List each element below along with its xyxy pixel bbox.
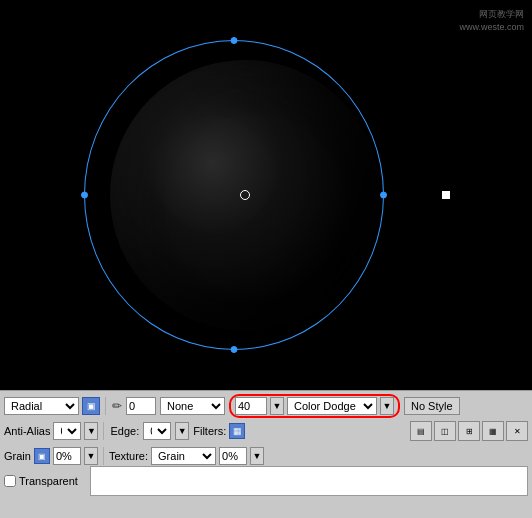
grain-pct-input[interactable]: [53, 447, 81, 465]
opacity-input[interactable]: [126, 397, 156, 415]
square-handle[interactable]: [442, 191, 450, 199]
center-handle[interactable]: [240, 190, 250, 200]
gradient-type-select[interactable]: Radial Linear Angle Reflected Diamond: [4, 397, 79, 415]
row3: Grain ▣ ▼ Texture: Grain None ▼: [4, 445, 528, 467]
blend-value-arrow[interactable]: ▼: [270, 397, 284, 415]
sphere-container: [110, 60, 380, 330]
icon-btn-5[interactable]: ✕: [506, 421, 528, 441]
color-dodge-select[interactable]: Color Dodge Normal Multiply Screen Overl…: [287, 397, 377, 415]
color-dodge-arrow[interactable]: ▼: [380, 397, 394, 415]
no-style-button[interactable]: No Style: [404, 397, 460, 415]
edge-select[interactable]: 0 1 2: [143, 422, 171, 440]
icon-btn-2[interactable]: ◫: [434, 421, 456, 441]
texture-label: Texture:: [109, 450, 148, 462]
bottom-panel: Radial Linear Angle Reflected Diamond ▣ …: [0, 390, 532, 518]
text-area[interactable]: [90, 466, 528, 496]
gradient-section: Radial Linear Angle Reflected Diamond ▣: [4, 397, 106, 415]
grain-pct-arrow[interactable]: ▼: [84, 447, 98, 465]
antialias-section: Anti-Alias 0 1 2 ▼: [4, 422, 104, 440]
texture-pct-arrow[interactable]: ▼: [250, 447, 264, 465]
sphere: [110, 60, 380, 330]
transparent-checkbox[interactable]: [4, 475, 16, 487]
filters-label: Filters:: [193, 425, 226, 437]
handle-bottom[interactable]: [230, 346, 237, 353]
icon-btn-1[interactable]: ▤: [410, 421, 432, 441]
edge-label: Edge:: [110, 425, 139, 437]
blend-value-input[interactable]: [235, 397, 267, 415]
icon-btn-4[interactable]: ▦: [482, 421, 504, 441]
handle-left[interactable]: [81, 192, 88, 199]
icon-btn-3[interactable]: ⊞: [458, 421, 480, 441]
row2: Anti-Alias 0 1 2 ▼ Edge: 0 1 2 ▼ Filters…: [4, 420, 528, 442]
transparent-label: Transparent: [19, 475, 78, 487]
filters-icon[interactable]: ▦: [229, 423, 245, 439]
highlighted-blend-area: ▼ Color Dodge Normal Multiply Screen Ove…: [229, 394, 400, 418]
row4: Transparent: [4, 470, 528, 492]
transparent-checkbox-group: Transparent: [4, 475, 78, 487]
grain-label: Grain: [4, 450, 31, 462]
pencil-icon: ✏: [112, 399, 122, 413]
row1: Radial Linear Angle Reflected Diamond ▣ …: [4, 395, 528, 417]
antialias-label: Anti-Alias: [4, 425, 50, 437]
handle-right[interactable]: [380, 192, 387, 199]
watermark: 网页教学网 www.weste.com: [459, 8, 524, 33]
antialias-select[interactable]: 0 1 2: [53, 422, 81, 440]
blend-mode-select-left[interactable]: None Normal Multiply Screen Color Dodge: [160, 397, 225, 415]
right-icon-buttons: ▤ ◫ ⊞ ▦ ✕: [410, 421, 528, 441]
edge-arrow[interactable]: ▼: [175, 422, 189, 440]
gradient-color-btn[interactable]: ▣: [82, 397, 100, 415]
texture-select[interactable]: Grain None: [151, 447, 216, 465]
grain-section: Grain ▣ ▼: [4, 447, 104, 465]
texture-pct-input[interactable]: [219, 447, 247, 465]
canvas-area: 网页教学网 www.weste.com: [0, 0, 532, 390]
antialias-arrow[interactable]: ▼: [84, 422, 98, 440]
grain-color-btn[interactable]: ▣: [34, 448, 50, 464]
handle-top[interactable]: [230, 37, 237, 44]
filters-section: Filters: ▦: [193, 423, 245, 439]
